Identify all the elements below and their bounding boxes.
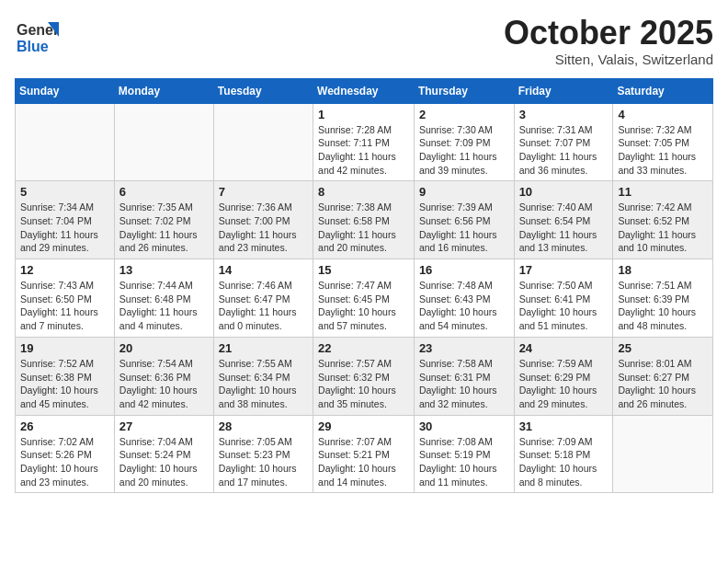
day-number: 21 [219, 341, 308, 355]
day-number: 20 [119, 341, 209, 355]
calendar-cell: 27Sunrise: 7:04 AM Sunset: 5:24 PM Dayli… [114, 415, 213, 493]
calendar-cell: 12Sunrise: 7:43 AM Sunset: 6:50 PM Dayli… [16, 259, 115, 338]
day-number: 25 [618, 341, 708, 355]
title-block: October 2025 Sitten, Valais, Switzerland [504, 15, 713, 67]
calendar-cell: 24Sunrise: 7:59 AM Sunset: 6:29 PM Dayli… [514, 337, 613, 415]
day-info: Sunrise: 7:57 AM Sunset: 6:32 PM Dayligh… [318, 357, 409, 411]
calendar-cell: 7Sunrise: 7:36 AM Sunset: 7:00 PM Daylig… [213, 181, 313, 259]
day-number: 29 [318, 419, 409, 433]
weekday-header-saturday: Saturday [613, 78, 713, 103]
calendar-cell [213, 103, 313, 181]
day-info: Sunrise: 7:09 AM Sunset: 5:18 PM Dayligh… [519, 435, 609, 489]
calendar-cell: 2Sunrise: 7:30 AM Sunset: 7:09 PM Daylig… [414, 103, 514, 181]
calendar-cell: 18Sunrise: 7:51 AM Sunset: 6:39 PM Dayli… [613, 259, 713, 338]
calendar-week-3: 12Sunrise: 7:43 AM Sunset: 6:50 PM Dayli… [16, 259, 713, 338]
day-info: Sunrise: 7:47 AM Sunset: 6:45 PM Dayligh… [318, 279, 409, 333]
day-info: Sunrise: 7:59 AM Sunset: 6:29 PM Dayligh… [519, 357, 609, 411]
calendar-cell: 3Sunrise: 7:31 AM Sunset: 7:07 PM Daylig… [514, 103, 613, 181]
svg-text:Blue: Blue [17, 39, 49, 54]
location: Sitten, Valais, Switzerland [504, 52, 713, 67]
day-info: Sunrise: 7:51 AM Sunset: 6:39 PM Dayligh… [618, 279, 708, 333]
day-number: 15 [318, 263, 409, 277]
calendar-cell: 1Sunrise: 7:28 AM Sunset: 7:11 PM Daylig… [313, 103, 415, 181]
day-info: Sunrise: 7:52 AM Sunset: 6:38 PM Dayligh… [20, 357, 109, 411]
day-number: 9 [419, 185, 509, 199]
day-number: 31 [519, 419, 609, 433]
calendar-week-1: 1Sunrise: 7:28 AM Sunset: 7:11 PM Daylig… [16, 103, 713, 181]
weekday-header-tuesday: Tuesday [213, 78, 313, 103]
day-number: 30 [419, 419, 509, 433]
day-number: 6 [119, 185, 209, 199]
day-info: Sunrise: 7:38 AM Sunset: 6:58 PM Dayligh… [318, 201, 409, 255]
calendar-cell: 30Sunrise: 7:08 AM Sunset: 5:19 PM Dayli… [414, 415, 514, 493]
day-number: 24 [519, 341, 609, 355]
day-number: 7 [219, 185, 308, 199]
calendar-cell: 28Sunrise: 7:05 AM Sunset: 5:23 PM Dayli… [213, 415, 313, 493]
day-number: 4 [618, 108, 708, 121]
day-info: Sunrise: 7:58 AM Sunset: 6:31 PM Dayligh… [419, 357, 509, 411]
day-info: Sunrise: 7:48 AM Sunset: 6:43 PM Dayligh… [419, 279, 509, 333]
day-info: Sunrise: 7:07 AM Sunset: 5:21 PM Dayligh… [318, 435, 409, 489]
day-info: Sunrise: 7:04 AM Sunset: 5:24 PM Dayligh… [119, 435, 209, 489]
day-number: 26 [20, 419, 109, 433]
day-info: Sunrise: 7:43 AM Sunset: 6:50 PM Dayligh… [20, 279, 109, 333]
calendar-table: SundayMondayTuesdayWednesdayThursdayFrid… [15, 78, 713, 494]
day-info: Sunrise: 7:28 AM Sunset: 7:11 PM Dayligh… [318, 123, 409, 178]
calendar-cell [613, 415, 713, 493]
calendar-cell: 11Sunrise: 7:42 AM Sunset: 6:52 PM Dayli… [613, 181, 713, 259]
calendar-cell: 10Sunrise: 7:40 AM Sunset: 6:54 PM Dayli… [514, 181, 613, 259]
calendar-week-2: 5Sunrise: 7:34 AM Sunset: 7:04 PM Daylig… [16, 181, 713, 259]
day-number: 27 [119, 419, 209, 433]
day-info: Sunrise: 7:39 AM Sunset: 6:56 PM Dayligh… [419, 201, 509, 255]
day-number: 10 [519, 185, 609, 199]
weekday-header-sunday: Sunday [16, 78, 115, 103]
day-number: 11 [618, 185, 708, 199]
calendar-cell: 4Sunrise: 7:32 AM Sunset: 7:05 PM Daylig… [613, 103, 713, 181]
day-number: 8 [318, 185, 409, 199]
day-number: 22 [318, 341, 409, 355]
day-info: Sunrise: 7:44 AM Sunset: 6:48 PM Dayligh… [119, 279, 209, 333]
day-number: 1 [318, 108, 409, 121]
calendar-week-5: 26Sunrise: 7:02 AM Sunset: 5:26 PM Dayli… [16, 415, 713, 493]
calendar-week-4: 19Sunrise: 7:52 AM Sunset: 6:38 PM Dayli… [16, 337, 713, 415]
day-number: 13 [119, 263, 209, 277]
day-number: 12 [20, 263, 109, 277]
day-info: Sunrise: 7:05 AM Sunset: 5:23 PM Dayligh… [219, 435, 308, 489]
day-number: 3 [519, 108, 609, 121]
calendar-cell [16, 103, 115, 181]
day-info: Sunrise: 7:40 AM Sunset: 6:54 PM Dayligh… [519, 201, 609, 255]
weekday-header-wednesday: Wednesday [313, 78, 415, 103]
calendar-cell: 13Sunrise: 7:44 AM Sunset: 6:48 PM Dayli… [114, 259, 213, 338]
day-number: 28 [219, 419, 308, 433]
day-info: Sunrise: 7:50 AM Sunset: 6:41 PM Dayligh… [519, 279, 609, 333]
calendar-cell: 17Sunrise: 7:50 AM Sunset: 6:41 PM Dayli… [514, 259, 613, 338]
calendar-cell: 31Sunrise: 7:09 AM Sunset: 5:18 PM Dayli… [514, 415, 613, 493]
weekday-header-monday: Monday [114, 78, 213, 103]
logo-block: General Blue [15, 15, 59, 59]
calendar-cell: 16Sunrise: 7:48 AM Sunset: 6:43 PM Dayli… [414, 259, 514, 338]
calendar-cell: 25Sunrise: 8:01 AM Sunset: 6:27 PM Dayli… [613, 337, 713, 415]
calendar-cell: 23Sunrise: 7:58 AM Sunset: 6:31 PM Dayli… [414, 337, 514, 415]
calendar-cell: 21Sunrise: 7:55 AM Sunset: 6:34 PM Dayli… [213, 337, 313, 415]
day-number: 14 [219, 263, 308, 277]
day-number: 2 [419, 108, 509, 121]
calendar-cell [114, 103, 213, 181]
calendar-cell: 5Sunrise: 7:34 AM Sunset: 7:04 PM Daylig… [16, 181, 115, 259]
day-info: Sunrise: 7:46 AM Sunset: 6:47 PM Dayligh… [219, 279, 308, 333]
calendar-cell: 8Sunrise: 7:38 AM Sunset: 6:58 PM Daylig… [313, 181, 415, 259]
day-number: 23 [419, 341, 509, 355]
day-number: 5 [20, 185, 109, 199]
calendar-cell: 22Sunrise: 7:57 AM Sunset: 6:32 PM Dayli… [313, 337, 415, 415]
day-info: Sunrise: 7:31 AM Sunset: 7:07 PM Dayligh… [519, 123, 609, 178]
day-info: Sunrise: 7:42 AM Sunset: 6:52 PM Dayligh… [618, 201, 708, 255]
day-info: Sunrise: 8:01 AM Sunset: 6:27 PM Dayligh… [618, 357, 708, 411]
day-info: Sunrise: 7:55 AM Sunset: 6:34 PM Dayligh… [219, 357, 308, 411]
logo: General Blue [15, 15, 59, 59]
calendar-cell: 9Sunrise: 7:39 AM Sunset: 6:56 PM Daylig… [414, 181, 514, 259]
day-info: Sunrise: 7:34 AM Sunset: 7:04 PM Dayligh… [20, 201, 109, 255]
day-info: Sunrise: 7:54 AM Sunset: 6:36 PM Dayligh… [119, 357, 209, 411]
day-info: Sunrise: 7:35 AM Sunset: 7:02 PM Dayligh… [119, 201, 209, 255]
day-number: 19 [20, 341, 109, 355]
day-number: 18 [618, 263, 708, 277]
calendar-cell: 19Sunrise: 7:52 AM Sunset: 6:38 PM Dayli… [16, 337, 115, 415]
